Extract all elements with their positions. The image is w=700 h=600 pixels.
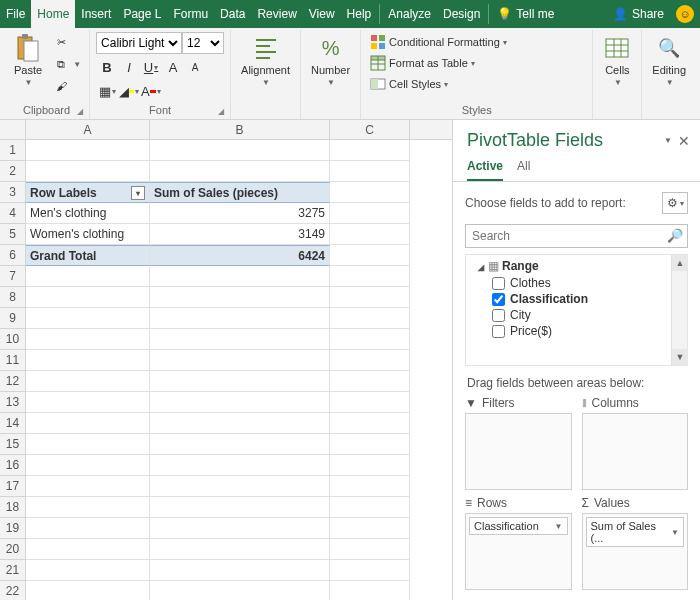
row-header[interactable]: 3 — [0, 182, 26, 203]
cell[interactable] — [26, 371, 150, 392]
col-header-a[interactable]: A — [26, 120, 150, 139]
cell[interactable] — [26, 497, 150, 518]
cell[interactable] — [150, 392, 330, 413]
font-size-select[interactable]: 12 — [182, 32, 224, 54]
pane-tab-active[interactable]: Active — [467, 155, 503, 181]
row-header[interactable]: 17 — [0, 476, 26, 497]
font-name-select[interactable]: Calibri Light — [96, 32, 182, 54]
tab-analyze[interactable]: Analyze — [382, 0, 437, 28]
tab-home[interactable]: Home — [31, 0, 75, 28]
decrease-font-button[interactable]: A — [184, 56, 206, 78]
tab-pagelayout[interactable]: Page L — [117, 0, 167, 28]
chevron-down-icon[interactable]: ▼ — [664, 136, 672, 145]
scroll-up-icon[interactable]: ▲ — [672, 255, 688, 271]
cell[interactable]: 6424 — [150, 245, 330, 266]
tab-view[interactable]: View — [303, 0, 341, 28]
cell[interactable] — [330, 287, 410, 308]
cell[interactable] — [26, 476, 150, 497]
row-header[interactable]: 9 — [0, 308, 26, 329]
tab-help[interactable]: Help — [341, 0, 378, 28]
italic-button[interactable]: I — [118, 56, 140, 78]
cell[interactable] — [330, 203, 410, 224]
cell[interactable] — [26, 140, 150, 161]
number-button[interactable]: % Number ▼ — [307, 32, 354, 89]
area-values-drop[interactable]: Sum of Sales (...▼ — [582, 513, 689, 590]
cell[interactable] — [150, 308, 330, 329]
row-header[interactable]: 7 — [0, 266, 26, 287]
cell[interactable] — [26, 350, 150, 371]
cell[interactable] — [26, 581, 150, 600]
field-item[interactable]: Clothes — [470, 275, 667, 291]
row-header[interactable]: 8 — [0, 287, 26, 308]
tab-data[interactable]: Data — [214, 0, 251, 28]
cell[interactable] — [330, 371, 410, 392]
cell[interactable] — [26, 539, 150, 560]
cell[interactable]: 3275 — [150, 203, 330, 224]
cell[interactable] — [330, 560, 410, 581]
cell[interactable] — [330, 182, 410, 203]
col-header-b[interactable]: B — [150, 120, 330, 139]
cell[interactable] — [150, 581, 330, 600]
field-item[interactable]: Classification — [470, 291, 667, 307]
cell[interactable]: Women's clothing — [26, 224, 150, 245]
fill-color-button[interactable]: ◢▾ — [118, 80, 140, 102]
field-search-input[interactable] — [465, 224, 688, 248]
field-checkbox[interactable] — [492, 277, 505, 290]
field-group-range[interactable]: ▦Range — [470, 257, 667, 275]
cell[interactable] — [330, 518, 410, 539]
pivot-filter-dropdown[interactable]: ▾ — [131, 186, 145, 200]
area-values-item[interactable]: Sum of Sales (...▼ — [586, 517, 685, 547]
cell[interactable] — [26, 560, 150, 581]
field-list-scrollbar[interactable]: ▲ ▼ — [671, 255, 687, 365]
row-header[interactable]: 14 — [0, 413, 26, 434]
row-header[interactable]: 11 — [0, 350, 26, 371]
scroll-down-icon[interactable]: ▼ — [672, 349, 688, 365]
select-all-corner[interactable] — [0, 120, 26, 139]
cell[interactable]: Row Labels▾ — [26, 182, 150, 203]
field-checkbox[interactable] — [492, 293, 505, 306]
cell[interactable] — [330, 161, 410, 182]
cell[interactable] — [330, 245, 410, 266]
cell[interactable] — [330, 539, 410, 560]
cell[interactable] — [150, 287, 330, 308]
cell[interactable]: 3149 — [150, 224, 330, 245]
row-header[interactable]: 21 — [0, 560, 26, 581]
cell[interactable] — [150, 518, 330, 539]
cell[interactable] — [150, 371, 330, 392]
cell[interactable] — [330, 266, 410, 287]
cell[interactable] — [26, 434, 150, 455]
dialog-launcher-icon[interactable]: ◢ — [218, 107, 224, 116]
paste-button[interactable]: Paste ▼ — [10, 32, 46, 89]
area-filters-drop[interactable] — [465, 413, 572, 490]
cell[interactable] — [330, 455, 410, 476]
cell[interactable] — [26, 329, 150, 350]
row-header[interactable]: 4 — [0, 203, 26, 224]
cell[interactable] — [26, 413, 150, 434]
cell[interactable]: Men's clothing — [26, 203, 150, 224]
cell[interactable] — [150, 476, 330, 497]
tab-review[interactable]: Review — [251, 0, 302, 28]
row-header[interactable]: 12 — [0, 371, 26, 392]
cell[interactable] — [150, 266, 330, 287]
field-checkbox[interactable] — [492, 325, 505, 338]
format-as-table-button[interactable]: Format as Table▾ — [367, 53, 509, 73]
cell[interactable] — [150, 413, 330, 434]
area-columns-drop[interactable] — [582, 413, 689, 490]
cell[interactable] — [330, 476, 410, 497]
cell[interactable] — [150, 497, 330, 518]
row-header[interactable]: 2 — [0, 161, 26, 182]
row-header[interactable]: 13 — [0, 392, 26, 413]
cell[interactable] — [150, 161, 330, 182]
row-header[interactable]: 5 — [0, 224, 26, 245]
cell[interactable] — [150, 560, 330, 581]
cell[interactable] — [330, 140, 410, 161]
field-checkbox[interactable] — [492, 309, 505, 322]
underline-button[interactable]: U▾ — [140, 56, 162, 78]
conditional-formatting-button[interactable]: Conditional Formatting▾ — [367, 32, 509, 52]
cell[interactable] — [150, 140, 330, 161]
row-header[interactable]: 18 — [0, 497, 26, 518]
pane-settings-button[interactable]: ⚙▾ — [662, 192, 688, 214]
cell[interactable]: Grand Total — [26, 245, 150, 266]
tab-design[interactable]: Design — [437, 0, 486, 28]
alignment-button[interactable]: Alignment ▼ — [237, 32, 294, 89]
